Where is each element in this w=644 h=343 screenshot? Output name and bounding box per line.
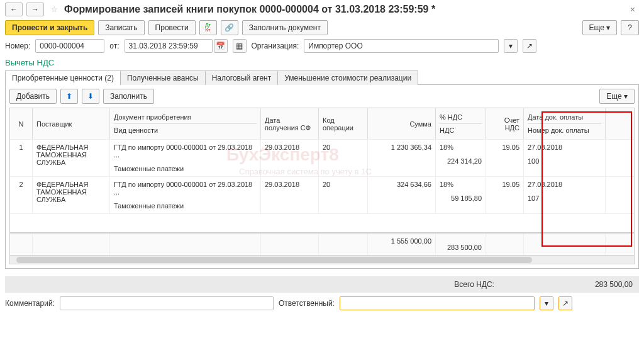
total-nds-value: 283 500,00: [595, 280, 633, 289]
more-button[interactable]: Еще ▾: [582, 20, 618, 35]
post-button[interactable]: Провести: [148, 20, 196, 35]
move-down-button[interactable]: ⬇: [82, 89, 99, 104]
col-sfdate: Дата получения СФ: [261, 108, 319, 139]
date-input[interactable]: 31.03.2018 23:59:59: [125, 39, 213, 53]
save-button[interactable]: Записать: [98, 20, 144, 35]
section-title: Вычеты НДС: [5, 58, 639, 67]
comment-label: Комментарий:: [5, 299, 55, 308]
vat-grid: N Поставщик Документ приобретения Вид це…: [9, 108, 635, 264]
table-row[interactable]: 2 ФЕДЕРАЛЬНАЯ ТАМОЖЕННАЯ СЛУЖБА ГТД по и…: [10, 176, 634, 213]
col-supplier: Поставщик: [33, 108, 110, 139]
favorite-star-icon[interactable]: ☆: [48, 3, 60, 16]
fill-button[interactable]: Заполнить: [103, 89, 154, 104]
total-nds-label: Всего НДС:: [454, 280, 494, 289]
attachments-button[interactable]: 🔗: [221, 20, 238, 35]
page-title: Формирование записей книги покупок 0000-…: [64, 4, 435, 15]
col-ndspct: % НДС: [440, 111, 482, 123]
col-nds: НДС: [440, 123, 482, 137]
responsible-open-icon[interactable]: ↗: [558, 296, 572, 310]
table-row[interactable]: 1 ФЕДЕРАЛЬНАЯ ТАМОЖЕННАЯ СЛУЖБА ГТД по и…: [10, 139, 634, 176]
dtkt-button[interactable]: ДтКт: [199, 20, 217, 35]
grid-icon[interactable]: ▦: [233, 39, 247, 53]
tab-advances[interactable]: Полученные авансы: [120, 70, 206, 85]
close-icon[interactable]: ×: [626, 3, 639, 16]
col-paynum: Номер док. оплаты: [528, 123, 601, 137]
grid-more-button[interactable]: Еще ▾: [599, 89, 635, 104]
calendar-icon[interactable]: 📅: [214, 39, 228, 53]
move-up-button[interactable]: ⬆: [60, 89, 78, 104]
col-opcode: Код операции: [319, 108, 368, 139]
tab-purchased-values[interactable]: Приобретенные ценности (2): [5, 70, 121, 85]
tab-tax-agent[interactable]: Налоговый агент: [205, 70, 279, 85]
totals-nds: 283 500,00: [440, 244, 482, 251]
responsible-label: Ответственный:: [279, 299, 335, 308]
date-label: от:: [109, 42, 119, 50]
col-n: N: [10, 108, 33, 139]
responsible-input[interactable]: [340, 296, 535, 310]
totals-sum: 1 555 000,00: [368, 233, 436, 255]
col-valtype: Вид ценности: [114, 123, 257, 137]
org-open-icon[interactable]: ↗: [523, 39, 536, 53]
fill-document-button[interactable]: Заполнить документ: [242, 20, 328, 35]
add-row-button[interactable]: Добавить: [9, 89, 57, 104]
org-dropdown-icon[interactable]: ▾: [504, 39, 518, 53]
nav-back-button[interactable]: ←: [5, 3, 23, 16]
tab-cost-reduction[interactable]: Уменьшение стоимости реализации: [277, 70, 418, 85]
col-acc: Счет НДС: [486, 108, 524, 139]
post-and-close-button[interactable]: Провести и закрыть: [5, 20, 94, 35]
col-sum: Сумма: [368, 108, 436, 139]
number-input[interactable]: 0000-000004: [35, 39, 104, 53]
number-label: Номер:: [5, 42, 30, 50]
nav-forward-button[interactable]: →: [26, 3, 44, 16]
col-paydate: Дата док. оплаты: [528, 111, 601, 123]
org-input[interactable]: Импортер ООО: [304, 39, 499, 53]
comment-input[interactable]: [60, 296, 274, 310]
responsible-dropdown-icon[interactable]: ▾: [540, 296, 553, 310]
horizontal-scrollbar[interactable]: [10, 255, 634, 264]
org-label: Организация:: [252, 42, 299, 50]
col-doc: Документ приобретения: [114, 111, 257, 123]
help-button[interactable]: ?: [621, 20, 639, 35]
